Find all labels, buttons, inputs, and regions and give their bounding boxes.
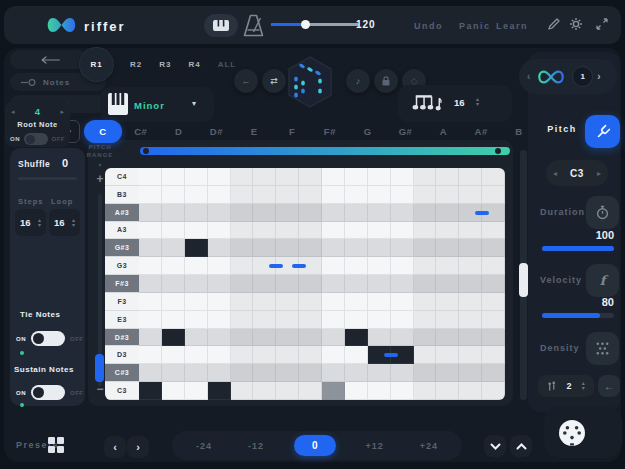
loop-prev-button[interactable]: ‹ xyxy=(527,71,530,82)
shuffle-slider[interactable] xyxy=(18,177,77,180)
grid-cell[interactable] xyxy=(299,222,322,240)
grid-cell[interactable] xyxy=(185,204,208,222)
grid-cell[interactable] xyxy=(345,293,368,311)
grid-cell[interactable] xyxy=(322,293,345,311)
tempo-slider-knob[interactable] xyxy=(301,20,310,29)
grid-cell[interactable] xyxy=(139,168,162,186)
grid-cell[interactable] xyxy=(368,329,391,347)
grid-cell[interactable] xyxy=(276,168,299,186)
note-e[interactable]: E xyxy=(235,120,273,143)
tab-r2[interactable]: R2 xyxy=(130,60,142,69)
range-handle-left[interactable] xyxy=(143,148,149,154)
grid-cell[interactable] xyxy=(162,329,185,347)
grid-cell[interactable] xyxy=(436,275,459,293)
grid-cell[interactable] xyxy=(185,364,208,382)
grid-cell[interactable] xyxy=(482,168,505,186)
note-csharp[interactable]: C# xyxy=(122,120,160,143)
grid-cell[interactable] xyxy=(436,168,459,186)
grid-cell[interactable] xyxy=(391,364,414,382)
grid-cell[interactable] xyxy=(414,222,437,240)
grid-cell[interactable] xyxy=(231,275,254,293)
resize-icon[interactable] xyxy=(595,17,609,31)
grid-cell[interactable] xyxy=(436,382,459,400)
panic-button[interactable]: Panic xyxy=(459,21,491,31)
undo-button[interactable]: Undo xyxy=(414,21,443,31)
grid-cell[interactable] xyxy=(482,239,505,257)
grid-cell[interactable] xyxy=(345,346,368,364)
voices-back-button[interactable]: ← xyxy=(598,375,620,397)
grid-cell[interactable] xyxy=(276,186,299,204)
grid-cell[interactable] xyxy=(253,186,276,204)
grid-cell[interactable] xyxy=(482,257,505,275)
grid-cell[interactable] xyxy=(231,239,254,257)
grid-cell[interactable] xyxy=(162,186,185,204)
grid-cell[interactable] xyxy=(208,168,231,186)
note-marker[interactable] xyxy=(475,211,489,215)
grid-cell[interactable] xyxy=(162,168,185,186)
grid-cell[interactable] xyxy=(185,382,208,400)
root-note-toggle[interactable] xyxy=(24,133,48,145)
density-button[interactable] xyxy=(586,332,619,365)
grid-cell[interactable] xyxy=(414,204,437,222)
note-marker[interactable] xyxy=(384,353,398,357)
grid-cell[interactable] xyxy=(231,204,254,222)
grid-cell[interactable] xyxy=(368,275,391,293)
grid-cell[interactable] xyxy=(276,293,299,311)
random-prev-button[interactable]: ← xyxy=(234,69,258,93)
grid-cell[interactable] xyxy=(322,186,345,204)
grid-cell[interactable] xyxy=(162,257,185,275)
grid-cell[interactable] xyxy=(208,239,231,257)
scale-name[interactable]: Minor xyxy=(134,100,165,111)
grid-cell[interactable] xyxy=(322,311,345,329)
pitch-range-thumb[interactable] xyxy=(95,354,104,382)
loop-stepper[interactable]: 16 ▴▾ xyxy=(49,209,80,236)
grid-cell[interactable] xyxy=(345,311,368,329)
grid-cell[interactable] xyxy=(253,311,276,329)
grid-cell[interactable] xyxy=(139,364,162,382)
grid-cell[interactable] xyxy=(345,168,368,186)
grid-cell[interactable] xyxy=(482,382,505,400)
grid-cell[interactable] xyxy=(459,346,482,364)
grid-cell[interactable] xyxy=(436,293,459,311)
back-button[interactable] xyxy=(10,50,88,69)
grid-cell[interactable] xyxy=(139,204,162,222)
lock-button[interactable] xyxy=(374,69,398,93)
grid-cell[interactable] xyxy=(414,239,437,257)
grid-cell[interactable] xyxy=(276,204,299,222)
steps-stepper[interactable]: 16 ▴▾ xyxy=(15,209,46,236)
grid-cell[interactable] xyxy=(299,311,322,329)
grid-cell[interactable] xyxy=(299,382,322,400)
pattern-steps-stepper[interactable]: ▴ ▾ xyxy=(476,97,479,107)
grid-cell[interactable] xyxy=(162,364,185,382)
grid-cell[interactable] xyxy=(414,168,437,186)
grid-cell[interactable] xyxy=(208,346,231,364)
grid-cell[interactable] xyxy=(322,222,345,240)
grid-cell[interactable] xyxy=(322,257,345,275)
grid-cell[interactable] xyxy=(276,222,299,240)
grid-cell[interactable] xyxy=(299,168,322,186)
note-d[interactable]: D xyxy=(160,120,198,143)
keyboard-button[interactable] xyxy=(204,14,238,37)
grid-cell[interactable] xyxy=(208,293,231,311)
grid-cell[interactable] xyxy=(482,222,505,240)
grid-cell[interactable] xyxy=(253,168,276,186)
grid-cell[interactable] xyxy=(368,257,391,275)
grid-cell[interactable] xyxy=(253,346,276,364)
grid-cell[interactable] xyxy=(368,204,391,222)
grid-cell[interactable] xyxy=(231,364,254,382)
grid-cell[interactable] xyxy=(139,329,162,347)
grid-cell[interactable] xyxy=(322,364,345,382)
grid-cell[interactable] xyxy=(459,239,482,257)
grid-cell[interactable] xyxy=(322,239,345,257)
grid-cell[interactable] xyxy=(276,346,299,364)
grid-cell[interactable] xyxy=(162,222,185,240)
midi-connector-icon[interactable] xyxy=(558,419,586,447)
grid-cell[interactable] xyxy=(185,186,208,204)
note-marker[interactable] xyxy=(269,264,283,268)
note-f[interactable]: F xyxy=(273,120,311,143)
grid-cell[interactable] xyxy=(459,222,482,240)
grid-cell[interactable] xyxy=(368,382,391,400)
grid-cell[interactable] xyxy=(139,222,162,240)
grid-cell[interactable] xyxy=(459,311,482,329)
grid-cell[interactable] xyxy=(253,204,276,222)
